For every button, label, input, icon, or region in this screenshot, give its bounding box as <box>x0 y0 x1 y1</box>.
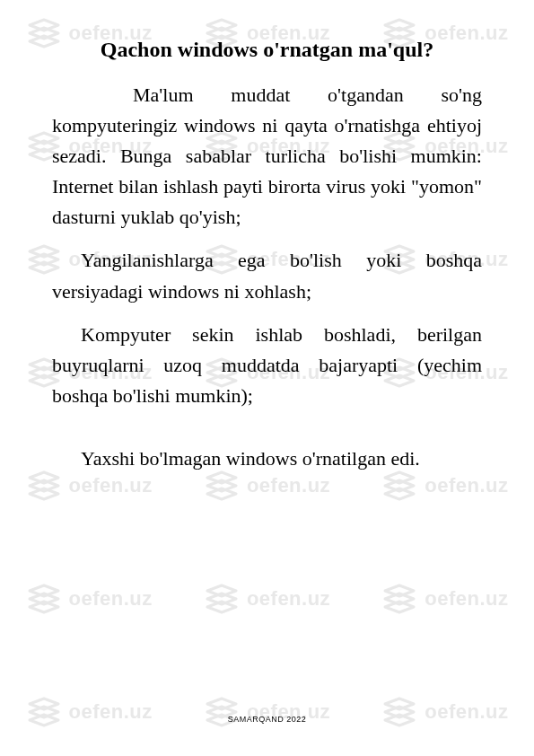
paragraph-final: Yaxshi bo'lmagan windows o'rnatilgan edi… <box>52 444 482 474</box>
stacked-layers-icon <box>26 582 62 616</box>
stacked-layers-icon <box>204 582 240 616</box>
stacked-layers-icon <box>204 695 240 729</box>
stacked-layers-icon <box>26 695 62 729</box>
watermark-text: oefen.uz <box>69 587 153 611</box>
stacked-layers-icon <box>381 582 417 616</box>
watermark-item: oefen.uz <box>26 695 153 729</box>
watermark-text: oefen.uz <box>247 587 330 611</box>
page-title: Qachon windows o'rnatgan ma'qul? <box>52 38 482 62</box>
stacked-layers-icon <box>381 695 417 729</box>
watermark-item: oefen.uz <box>381 695 508 729</box>
watermark-item: oefen.uz <box>26 582 153 616</box>
document-body: Qachon windows o'rnatgan ma'qul? Ma'lum … <box>0 0 534 474</box>
paragraph-red: Kompyuter sekin ishlab boshladi, berilga… <box>52 320 482 411</box>
watermark-text: oefen.uz <box>425 587 508 611</box>
watermark-item: oefen.uz <box>204 582 330 616</box>
watermark-item: oefen.uz <box>204 695 330 729</box>
watermark-text: oefen.uz <box>69 474 153 497</box>
paragraph-green: Yangilanishlarga ega bo'lish yoki boshqa… <box>52 245 482 306</box>
footer-text: SAMARQAND 2022 <box>0 715 534 724</box>
watermark-text: oefen.uz <box>247 474 330 497</box>
watermark-text: oefen.uz <box>425 474 508 497</box>
watermark-item: oefen.uz <box>381 582 508 616</box>
paragraph-intro: Ma'lum muddat o'tgandan so'ng kompyuteri… <box>52 80 482 233</box>
